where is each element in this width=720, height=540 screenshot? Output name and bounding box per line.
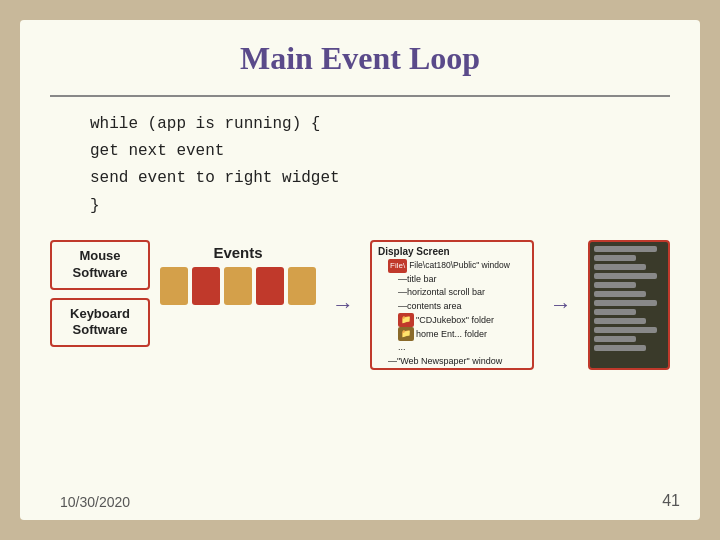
events-label: Events xyxy=(213,244,262,261)
screen-diagram: Display Screen File\ File\cat180\Public"… xyxy=(370,240,534,370)
code-line-1: while (app is running) { xyxy=(90,111,670,138)
events-area: Events xyxy=(160,244,316,305)
code-line-3: send event to right widget xyxy=(90,165,670,192)
rd-line-1 xyxy=(594,246,657,252)
arrow-right-icon-2: → xyxy=(550,292,572,318)
date-label: 10/30/2020 xyxy=(60,494,130,510)
right-diagram xyxy=(588,240,670,370)
diagram-ellipsis2: ... xyxy=(398,368,526,370)
divider xyxy=(50,95,670,97)
diagram-folder2: 📁 home Ent... folder xyxy=(398,327,526,341)
diagram-window2: — "Web Newspaper" window xyxy=(388,355,526,369)
rd-line-6 xyxy=(594,291,647,297)
rd-line-10 xyxy=(594,327,657,333)
rd-line-7 xyxy=(594,300,657,306)
diagram-item3: — contents area xyxy=(398,300,526,314)
rd-line-2 xyxy=(594,255,636,261)
rd-line-9 xyxy=(594,318,647,324)
keyboard-software-box: Keyboard Software xyxy=(50,298,150,348)
rd-line-3 xyxy=(594,264,647,270)
mouse-software-box: Mouse Software xyxy=(50,240,150,290)
rd-line-12 xyxy=(594,345,647,351)
code-line-4: } xyxy=(90,193,670,220)
diagram-item2: — horizontal scroll bar xyxy=(398,286,526,300)
event-bar-2 xyxy=(192,267,220,305)
diagram-ellipsis1: ... xyxy=(398,341,526,355)
bottom-section: Mouse Software Keyboard Software Events … xyxy=(50,240,670,370)
code-line-2: get next event xyxy=(90,138,670,165)
event-bar-3 xyxy=(224,267,252,305)
events-bars xyxy=(160,267,316,305)
rd-line-11 xyxy=(594,336,636,342)
arrow-right-icon: → xyxy=(332,292,354,318)
page-number: 41 xyxy=(662,492,680,510)
diagram-window1: File\ File\cat180\Public" window xyxy=(388,259,526,273)
rd-line-4 xyxy=(594,273,657,279)
code-block: while (app is running) { get next event … xyxy=(90,111,670,220)
slide-title: Main Event Loop xyxy=(50,40,670,77)
event-bar-4 xyxy=(256,267,284,305)
diagram-item1: — title bar xyxy=(398,273,526,287)
slide: Main Event Loop while (app is running) {… xyxy=(20,20,700,520)
diagram-title: Display Screen xyxy=(378,246,526,257)
left-boxes: Mouse Software Keyboard Software xyxy=(50,240,150,348)
rd-line-8 xyxy=(594,309,636,315)
event-bar-5 xyxy=(288,267,316,305)
rd-line-5 xyxy=(594,282,636,288)
event-bar-1 xyxy=(160,267,188,305)
diagram-folder1: 📁 "CDJukebox" folder xyxy=(398,313,526,327)
